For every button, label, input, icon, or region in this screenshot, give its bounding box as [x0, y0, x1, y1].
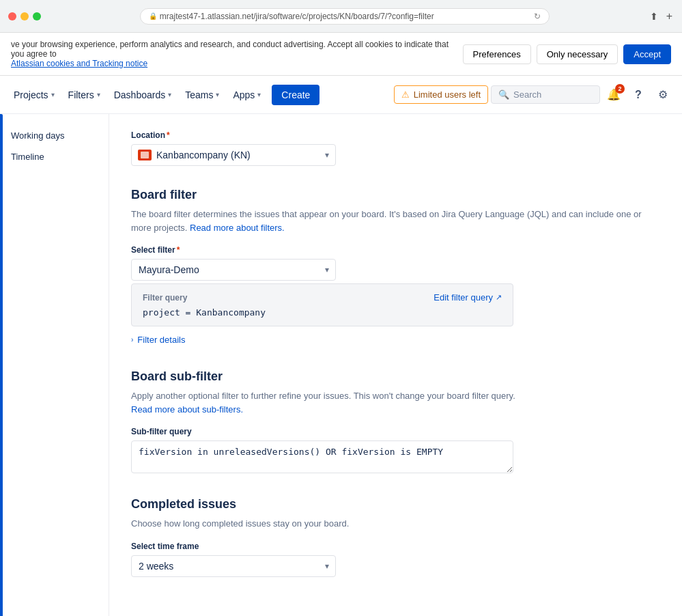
sub-filter-query-input[interactable]: fixVersion in unreleasedVersions() OR fi… — [131, 440, 513, 473]
browser-actions: ⬆ + — [649, 9, 674, 24]
active-indicator — [0, 114, 3, 616]
cookie-banner: ve your browsing experience, perform ana… — [0, 33, 682, 76]
apps-nav-item[interactable]: Apps ▾ — [227, 85, 266, 104]
projects-nav-item[interactable]: Projects ▾ — [8, 85, 60, 104]
completed-issues-section: Completed issues Choose how long complet… — [131, 497, 660, 577]
projects-label: Projects — [14, 89, 48, 100]
filters-label: Filters — [68, 89, 94, 100]
preferences-button[interactable]: Preferences — [463, 44, 531, 64]
external-link-icon: ↗ — [496, 293, 502, 302]
sidebar: Working days Timeline — [0, 114, 109, 616]
read-more-filters-link[interactable]: Read more about filters. — [190, 223, 285, 233]
teams-label: Teams — [185, 89, 213, 100]
time-frame-select-wrapper: 2 weeks ▾ — [131, 555, 336, 577]
help-icon: ? — [635, 89, 642, 101]
search-icon: 🔍 — [498, 89, 509, 100]
lock-icon: 🔒 — [149, 12, 157, 20]
apps-chevron-icon: ▾ — [257, 91, 261, 98]
dashboards-chevron-icon: ▾ — [168, 91, 171, 98]
board-sub-filter-section: Board sub-filter Apply another optional … — [131, 369, 660, 475]
main-content: Location* Kanbancompany (KN) ▾ Board fil… — [109, 114, 682, 616]
teams-nav-item[interactable]: Teams ▾ — [180, 85, 225, 104]
sub-filter-title: Board sub-filter — [131, 369, 660, 384]
main-layout: Working days Timeline Location* Kanbanco… — [0, 114, 682, 616]
completed-issues-title: Completed issues — [131, 497, 660, 512]
sidebar-item-working-days[interactable]: Working days — [0, 125, 109, 146]
apps-label: Apps — [233, 89, 255, 100]
warning-icon: ⚠ — [401, 89, 410, 100]
accept-cookies-button[interactable]: Accept — [623, 44, 671, 64]
limited-users-label: Limited users left — [414, 89, 481, 100]
board-filter-section: Board filter The board filter determines… — [131, 188, 660, 348]
notifications-button[interactable]: 🔔 2 — [603, 84, 625, 106]
location-select-wrapper: Kanbancompany (KN) ▾ — [131, 144, 336, 166]
refresh-icon[interactable]: ↻ — [534, 12, 541, 21]
filter-query-code: project = Kanbancompany — [143, 307, 266, 318]
filter-select[interactable]: Mayura-Demo — [131, 259, 336, 281]
limited-users-button[interactable]: ⚠ Limited users left — [394, 85, 488, 104]
location-section: Location* Kanbancompany (KN) ▾ — [131, 130, 660, 166]
notifications-badge: 2 — [615, 84, 625, 94]
cookie-banner-text: ve your browsing experience, perform ana… — [11, 40, 463, 68]
search-placeholder: Search — [513, 89, 541, 100]
settings-button[interactable]: ⚙ — [652, 84, 674, 106]
board-filter-title: Board filter — [131, 188, 660, 202]
filters-chevron-icon: ▾ — [97, 91, 100, 98]
location-select[interactable]: Kanbancompany (KN) — [131, 144, 336, 166]
edit-filter-query-link[interactable]: Edit filter query ↗ — [434, 292, 502, 303]
chevron-right-icon: › — [131, 336, 133, 344]
filter-query-box: Filter query Edit filter query ↗ project… — [131, 283, 513, 326]
sidebar-item-timeline[interactable]: Timeline — [0, 146, 109, 167]
gear-icon: ⚙ — [658, 88, 668, 101]
address-bar[interactable]: 🔒 mrajtest47-1.atlassian.net/jira/softwa… — [140, 8, 550, 25]
cookie-text: ve your browsing experience, perform ana… — [11, 40, 449, 59]
sub-filter-label: Sub-filter query — [131, 427, 660, 436]
cookie-link[interactable]: Atlassian cookies and Tracking notice — [11, 59, 147, 68]
board-filter-description: The board filter determines the issues t… — [131, 208, 660, 234]
create-button[interactable]: Create — [272, 85, 319, 105]
filters-nav-item[interactable]: Filters ▾ — [63, 85, 106, 104]
filter-query-header: Filter query Edit filter query ↗ — [143, 292, 502, 303]
sub-filter-description: Apply another optional filter to further… — [131, 389, 660, 416]
url-text: mrajtest47-1.atlassian.net/jira/software… — [160, 12, 434, 21]
browser-chrome: 🔒 mrajtest47-1.atlassian.net/jira/softwa… — [0, 0, 682, 33]
search-box[interactable]: 🔍 Search — [491, 85, 600, 104]
time-frame-label: Select time frame — [131, 542, 660, 551]
dashboards-label: Dashboards — [114, 89, 166, 100]
help-button[interactable]: ? — [627, 84, 649, 106]
filter-query-label: Filter query — [143, 293, 187, 303]
location-label: Location* — [131, 130, 660, 140]
filter-select-wrapper: Mayura-Demo ▾ — [131, 259, 336, 281]
select-filter-label: Select filter* — [131, 245, 660, 255]
only-necessary-button[interactable]: Only necessary — [537, 44, 619, 64]
cookie-banner-actions: Preferences Only necessary Accept — [463, 44, 671, 64]
share-button[interactable]: ⬆ — [649, 9, 659, 24]
filter-details-toggle[interactable]: › Filter details — [131, 332, 185, 348]
dashboards-nav-item[interactable]: Dashboards ▾ — [109, 85, 177, 104]
read-more-sub-filters-link[interactable]: Read more about sub-filters. — [131, 404, 243, 415]
projects-chevron-icon: ▾ — [51, 91, 55, 98]
time-frame-select[interactable]: 2 weeks — [131, 555, 336, 577]
new-tab-button[interactable]: + — [665, 9, 674, 24]
top-nav: Projects ▾ Filters ▾ Dashboards ▾ Teams … — [0, 76, 682, 114]
completed-issues-description: Choose how long completed issues stay on… — [131, 517, 660, 531]
teams-chevron-icon: ▾ — [216, 91, 219, 98]
